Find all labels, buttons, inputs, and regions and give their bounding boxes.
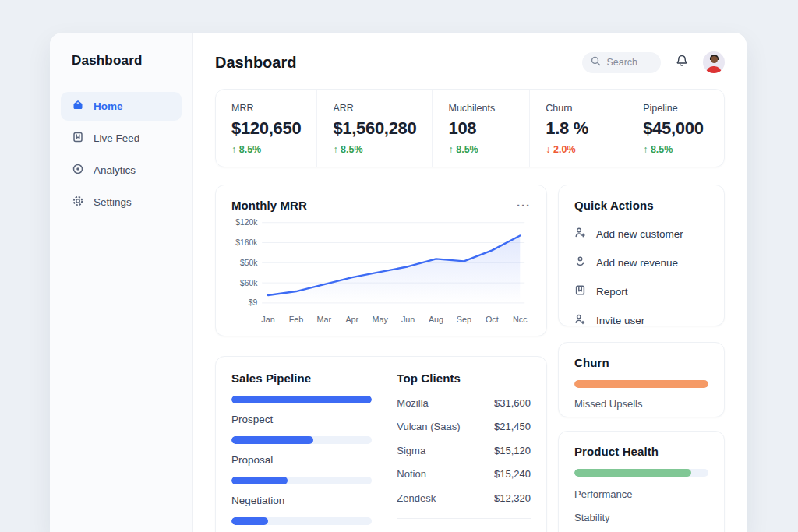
user-revenue-icon [574, 255, 586, 270]
kpi-value: $45,000 [643, 118, 708, 139]
left-column: Monthly MRR ··· $120k$160k$50k$60k$9JanF… [215, 185, 547, 532]
svg-text:Sep: Sep [457, 315, 471, 324]
client-row: Sigma $15,120 [397, 445, 531, 456]
top-clients-section: Top Clients Mozilla $31,600 Vulcan (Saas… [397, 370, 531, 532]
monthly-mrr-card: Monthly MRR ··· $120k$160k$50k$60k$9JanF… [215, 185, 547, 336]
up-arrow-icon: ↑ [231, 144, 236, 155]
kpi-delta: ↑ 8.5% [333, 144, 416, 155]
missed-upsells-label: Missed Upsells [574, 398, 708, 410]
report-bookmark-icon [574, 284, 586, 298]
search-input[interactable]: Search [582, 52, 661, 73]
kpi-label: ARR [333, 103, 416, 114]
stage-label: Negetiation [231, 495, 372, 506]
sidebar-item-analytics[interactable]: Analytics [61, 156, 182, 185]
kpi-delta: ↑ 8.5% [231, 144, 301, 155]
action-report[interactable]: Report [574, 284, 708, 298]
user-avatar[interactable] [703, 51, 725, 73]
kpi-arr: ARR $1,560,280 ↑ 8.5% [316, 90, 432, 167]
client-name: Mozilla [397, 397, 428, 409]
stage-label: Prospect [231, 414, 372, 425]
action-invite-user[interactable]: Invite user [574, 313, 708, 327]
divider [397, 518, 531, 519]
action-label: Invite user [596, 315, 644, 326]
sidebar-item-label: Settings [94, 196, 132, 208]
right-column: Quick Actions Add new customer Add new r… [558, 185, 725, 532]
search-icon [591, 56, 601, 69]
svg-text:May: May [373, 315, 389, 324]
action-label: Report [596, 286, 628, 298]
target-icon [72, 163, 84, 178]
kpi-delta: ↓ 2.0% [546, 144, 611, 155]
invite-user-icon [574, 313, 586, 327]
header-actions: Search [582, 51, 725, 73]
sidebar-item-home[interactable]: Home [61, 92, 182, 121]
client-name: Sigma [397, 445, 425, 456]
pipeline-bar-track [231, 396, 372, 403]
notifications-bell-icon[interactable] [675, 54, 689, 71]
pipeline-clients-card: Sales Pipeline Prospect Proposal Negetia… [215, 356, 547, 532]
health-label-performance: Performance [574, 488, 708, 500]
client-value: $15,240 [494, 468, 531, 480]
kpi-strip: MRR $120,650 ↑ 8.5% ARR $1,560,280 ↑ 8.5… [215, 89, 725, 167]
mrr-chart-svg: $120k$160k$50k$60k$9JanFebMarAprMayJunAu… [231, 215, 531, 329]
sidebar: Dashboard Home Live Feed Analytics Setti… [50, 33, 193, 532]
kpi-muchilents: Muchilents 108 ↑ 8.5% [432, 90, 529, 167]
svg-text:Oct: Oct [486, 315, 499, 324]
kpi-value: 108 [448, 118, 514, 139]
client-row: Vulcan (Saas) $21,450 [397, 421, 531, 432]
kpi-value: 1.8 % [546, 118, 611, 139]
svg-text:Mar: Mar [317, 315, 332, 324]
mrr-line-chart: $120k$160k$50k$60k$9JanFebMarAprMayJunAu… [231, 215, 531, 329]
action-label: Add new customer [596, 228, 683, 240]
sidebar-item-label: Home [94, 100, 123, 112]
page-title: Dashboard [215, 54, 296, 72]
kpi-value: $1,560,280 [333, 118, 416, 139]
sidebar-item-live-feed[interactable]: Live Feed [61, 124, 182, 153]
content-grid: Monthly MRR ··· $120k$160k$50k$60k$9JanF… [215, 185, 725, 532]
client-row: Notion $15,240 [397, 468, 531, 480]
up-arrow-icon: ↑ [643, 144, 648, 155]
kpi-pipeline: Pipeline $45,000 ↑ 8.5% [627, 90, 724, 167]
client-value: $12,320 [494, 492, 531, 504]
sales-pipeline-section: Sales Pipeline Prospect Proposal Negetia… [231, 370, 372, 532]
svg-text:Feb: Feb [289, 315, 304, 324]
chart-title: Monthly MRR [231, 199, 307, 212]
kpi-mrr: MRR $120,650 ↑ 8.5% [216, 90, 316, 167]
sidebar-item-label: Analytics [94, 164, 136, 176]
pipeline-bar-track [231, 477, 372, 484]
kpi-label: Pipeline [643, 103, 708, 114]
churn-title: Churn [574, 356, 708, 369]
svg-text:Aug: Aug [429, 315, 443, 324]
health-label-stability: Stability [574, 512, 708, 523]
product-health-title: Product Health [574, 445, 708, 458]
svg-text:$60k: $60k [240, 279, 258, 287]
health-bar [574, 469, 691, 477]
svg-text:$9: $9 [249, 298, 258, 307]
action-add-new-revenue[interactable]: Add new revenue [574, 255, 708, 270]
client-value: $31,600 [494, 397, 531, 409]
action-add-new-customer[interactable]: Add new customer [574, 227, 708, 241]
up-arrow-icon: ↑ [448, 144, 453, 155]
user-plus-icon [574, 227, 586, 241]
home-icon [72, 99, 84, 114]
quick-actions-card: Quick Actions Add new customer Add new r… [558, 185, 725, 326]
sidebar-item-settings[interactable]: Settings [61, 188, 182, 217]
stage-label: Proposal [231, 454, 372, 466]
client-row: Mozilla $31,600 [397, 397, 531, 409]
main-header: Dashboard Search [215, 33, 725, 89]
client-name: Vulcan (Saas) [397, 421, 460, 432]
more-options-icon[interactable]: ··· [517, 202, 531, 210]
svg-text:$120k: $120k [235, 218, 258, 227]
bookmark-icon [72, 131, 84, 146]
churn-bar-track [574, 380, 708, 388]
sidebar-item-label: Live Feed [94, 132, 139, 144]
client-value: $15,120 [494, 445, 531, 456]
kpi-delta: ↑ 8.5% [643, 144, 708, 155]
svg-text:Apr: Apr [345, 315, 358, 324]
main-area: Dashboard Search [193, 33, 747, 532]
gear-icon [72, 195, 84, 210]
kpi-label: MRR [231, 103, 301, 114]
client-value: $21,450 [494, 421, 531, 432]
avatar-face [711, 56, 718, 63]
svg-text:$50k: $50k [240, 259, 258, 267]
